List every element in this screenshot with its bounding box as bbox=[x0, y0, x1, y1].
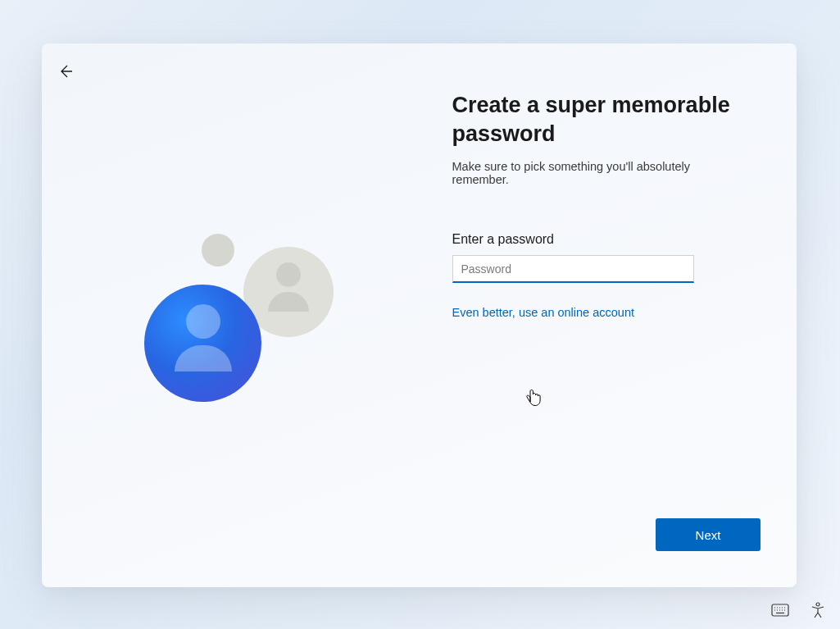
page-title: Create a super memorable password bbox=[452, 91, 731, 148]
illustration-pane bbox=[42, 43, 420, 587]
keyboard-icon bbox=[771, 604, 789, 617]
accessibility-icon bbox=[810, 602, 826, 618]
password-input[interactable] bbox=[452, 255, 694, 283]
accessibility-button[interactable] bbox=[809, 601, 827, 619]
blue-avatar-icon bbox=[144, 285, 261, 402]
page-subtitle: Make sure to pick something you'll absol… bbox=[452, 160, 748, 186]
password-label: Enter a password bbox=[452, 232, 748, 247]
on-screen-keyboard-button[interactable] bbox=[771, 601, 789, 619]
svg-point-12 bbox=[816, 603, 820, 606]
system-tray bbox=[771, 601, 827, 619]
setup-window: Create a super memorable password Make s… bbox=[42, 43, 797, 587]
avatar-illustration bbox=[144, 234, 357, 447]
small-dot-icon bbox=[202, 234, 234, 267]
next-button[interactable]: Next bbox=[656, 518, 761, 551]
online-account-link[interactable]: Even better, use an online account bbox=[452, 306, 635, 319]
form-pane: Create a super memorable password Make s… bbox=[420, 43, 797, 587]
